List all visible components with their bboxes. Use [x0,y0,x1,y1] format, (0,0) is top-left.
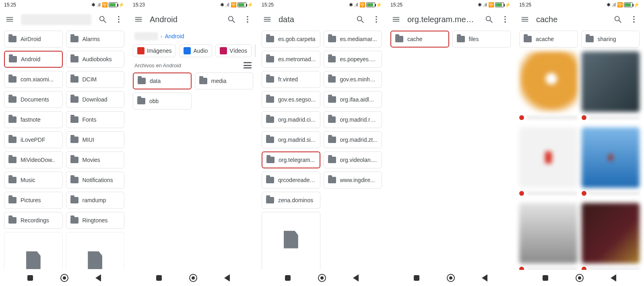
nav-home[interactable] [189,274,197,282]
folder-item[interactable]: ramdump [66,192,125,209]
folder-item[interactable]: org.madrid.si... [262,131,320,148]
search-icon[interactable] [98,15,107,24]
nav-recent[interactable] [156,275,162,281]
nav-back[interactable] [224,274,230,282]
more-icon[interactable] [114,15,124,24]
nav-recent[interactable] [543,275,548,281]
image-thumbnail[interactable] [582,127,640,188]
folder-item[interactable]: es.metromad... [262,51,320,68]
nav-home[interactable] [318,274,326,282]
more-icon[interactable] [500,15,510,24]
search-icon[interactable] [613,15,623,24]
folder-item[interactable]: es.mediamar... [324,31,382,48]
nav-recent[interactable] [27,275,33,281]
folder-item[interactable]: Android [4,51,63,68]
breadcrumb-current[interactable]: Android [165,33,184,39]
folder-item[interactable]: Download [66,91,125,108]
folder-item[interactable]: Documents [4,91,63,108]
file-tile[interactable]: .804e9a5b09.. [4,232,63,270]
search-icon[interactable] [484,15,494,24]
hamburger-icon[interactable] [5,15,14,24]
nav-back[interactable] [611,274,616,282]
nav-back[interactable] [353,274,359,282]
folder-item[interactable]: iLovePDF [4,131,63,148]
folder-item[interactable]: Recordings [4,212,63,229]
folder-item[interactable]: es.gob.carpeta [262,31,320,48]
folder-item[interactable]: zena.dominos [262,192,320,209]
folder-item[interactable]: gov.es.minha... [324,71,382,88]
nav-home[interactable] [60,274,68,282]
folder-item[interactable]: Pictures [4,192,63,209]
filter-chip[interactable]: Audio [179,44,212,57]
folder-item[interactable]: Fonts [66,111,125,128]
folder-item[interactable]: com.xiaomi... [4,71,63,88]
folder-item[interactable]: MiVideoDow.. [4,151,63,168]
folder-item[interactable]: fastnote [4,111,63,128]
more-icon[interactable] [372,15,381,24]
image-thumbnail[interactable] [582,203,640,263]
folder-item[interactable]: org.videolan.... [324,151,382,168]
image-thumbnail[interactable] [519,52,578,112]
folder-item[interactable]: DCIM [66,71,125,88]
folder-item[interactable]: obb [133,93,192,110]
nav-back[interactable] [482,274,487,282]
filter-chip-overflow[interactable] [255,44,256,57]
folder-item[interactable]: gov.es.segso... [262,91,320,108]
hamburger-icon[interactable] [262,15,272,24]
nav-home[interactable] [447,274,455,282]
app-bar: cache [515,10,644,29]
folder-item[interactable]: data [133,73,192,89]
more-icon[interactable] [629,15,639,24]
folder-item[interactable]: Movies [66,151,125,168]
nav-recent[interactable] [414,275,419,281]
folder-item[interactable]: org.madrid.ci... [262,111,320,128]
folder-item[interactable]: acache [519,31,578,48]
file-tile[interactable]: .nomedia0 B 30 ene 2022 [262,212,320,270]
folder-label: ramdump [83,197,106,203]
folder-icon [328,116,336,123]
folder-item[interactable]: org.ifaa.aidl... [324,91,382,108]
folder-label: Pictures [21,197,41,203]
folder-item[interactable]: AirDroid [4,31,63,48]
nav-home[interactable] [576,274,584,282]
file-tile[interactable]: .fe_tmp [66,232,125,270]
folder-icon [266,36,274,42]
image-thumbnail[interactable] [582,52,640,112]
folder-item[interactable]: files [452,31,511,48]
hamburger-icon[interactable] [134,15,143,24]
chip-label: Audio [193,48,208,54]
nav-recent[interactable] [285,275,291,281]
folder-item[interactable]: Notifications [66,172,125,189]
search-icon[interactable] [355,15,365,24]
folder-item[interactable]: Alarms [66,31,125,48]
folder-item[interactable]: es.popeyes.a... [324,51,382,68]
image-thumbnail[interactable] [519,127,578,188]
folder-item[interactable]: fr.vinted [262,71,320,88]
folder-item[interactable]: www.ingdire... [324,172,382,189]
folder-item[interactable]: org.madrid.zt... [324,131,382,148]
folder-item[interactable]: cache [390,31,449,48]
folder-item[interactable]: Audiobooks [66,51,125,68]
folder-list: cachefiles [386,29,515,270]
folder-item[interactable]: org.telegram... [262,151,320,168]
folder-icon [8,197,17,203]
more-icon[interactable] [243,15,252,24]
folder-label: org.videolan.... [340,157,377,163]
hamburger-icon[interactable] [520,15,530,24]
folder-item[interactable]: org.madrid.ra... [324,111,382,128]
breadcrumb-prev[interactable]: Internal [134,32,158,40]
folder-item[interactable]: Music [4,172,63,189]
folder-item[interactable]: qrcodereader... [262,172,320,189]
filter-chip[interactable]: Imágenes [133,44,176,57]
nav-back[interactable] [95,274,101,282]
folder-item[interactable]: media [195,73,254,89]
image-thumbnail[interactable] [519,203,578,263]
hamburger-icon[interactable] [391,15,401,24]
search-icon[interactable] [227,15,236,24]
folder-item[interactable]: MIUI [66,131,125,148]
folder-item[interactable]: sharing [581,31,640,48]
folder-item[interactable]: Ringtones [66,212,125,229]
list-view-icon[interactable] [244,62,252,68]
filter-chip[interactable]: Vídeos [215,44,252,57]
folder-label: org.ifaa.aidl... [340,96,374,103]
